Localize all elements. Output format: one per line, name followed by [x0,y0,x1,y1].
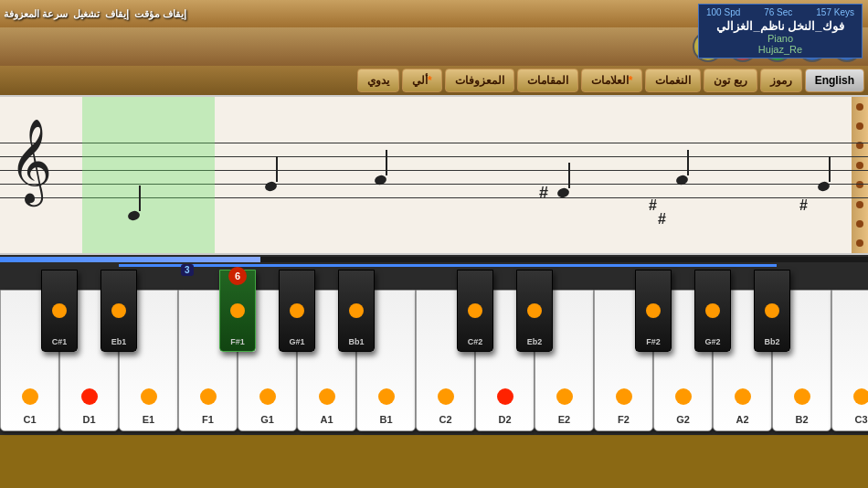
edge-dot [856,122,863,130]
black-dot-cs1 [52,303,67,318]
sharp-1: # [539,184,548,203]
play-label: تشغيل [73,8,100,20]
maqam-name: Hujaz_Re [706,44,854,55]
keyboard-area: 3 C1 D1 E1 F1 [0,255,868,435]
white-key-label-f1: F1 [202,414,214,425]
black-key-label-gs2: G#2 [704,337,720,346]
menu-rumooz[interactable]: رموز [760,69,802,92]
key-dot-g1 [259,388,276,405]
menu-naghamat[interactable]: النغمات [645,69,701,92]
note-head-6 [817,180,831,192]
note-head-3 [374,174,387,186]
info-stats: 100 Spd 76 Sec 157 Keys [706,7,854,17]
black-key-eb2[interactable]: Eb2 [516,270,553,352]
menu-rub-toon[interactable]: ربع تون [704,69,757,92]
black-key-label-fs1: F#1 [230,337,245,346]
key-dot-c1 [22,388,38,405]
note-4 [557,188,569,197]
note-5 [676,175,688,185]
keys-stat: 157 Keys [816,7,854,17]
maazofat-label: المعزوفات [455,74,504,87]
note-stem-2 [276,156,278,182]
green-highlight [82,97,215,253]
menu-ali[interactable]: ألي [402,69,442,92]
speed-stat: 100 Spd [706,7,740,17]
menu-yadawi[interactable]: يدوي [357,69,399,92]
black-key-gs2[interactable]: G#2 [694,270,731,352]
white-key-label-a2: A2 [736,414,748,425]
black-dot-cs2 [468,303,482,318]
key-dot-a1 [319,388,335,405]
sharp-3: # [658,211,666,228]
black-dot-gs1 [290,303,304,318]
stop-label: إيقاف [105,8,129,20]
instrument-name: Piano [706,33,854,44]
white-key-label-c2: C2 [439,414,451,425]
black-dot-eb2 [527,303,542,318]
menu-maqamat[interactable]: المقامات [517,69,578,92]
naghamat-label: النغمات [655,74,691,87]
connector-line [119,264,777,267]
white-key-label-f2: F2 [618,414,630,425]
black-key-label-fs2: F#2 [646,337,661,346]
alamat-label: العلامات [591,74,629,87]
edge-dot [856,220,863,228]
key-dot-f2 [616,388,632,405]
black-key-label-bb1: Bb1 [348,337,364,346]
key-dot-c2 [438,388,454,405]
edge-dot [856,103,863,111]
pause-label: إيقاف مؤقت [134,8,186,20]
edge-dot [856,239,863,247]
info-panel: 100 Spd 76 Sec 157 Keys فوك_النخل ناظم_ا… [698,4,863,58]
menu-english[interactable]: English [805,69,864,92]
black-key-cs1[interactable]: C#1 [41,270,78,352]
note-stem-5 [687,150,689,175]
note-stem-1 [139,186,141,211]
key-dot-e1 [141,388,157,405]
sharp-4: # [799,197,808,214]
rumooz-label: رموز [770,74,792,87]
black-key-fs1[interactable]: 6 F#1 [219,270,256,352]
black-key-eb1[interactable]: Eb1 [101,270,137,352]
note-3 [375,175,386,185]
key-badge-3: 3 [181,264,194,276]
yadawi-label: يدوي [367,74,389,87]
maqamat-label: المقامات [527,74,568,87]
song-name: فوك_النخل ناظم_الغزالي [706,19,854,33]
black-dot-bb1 [349,303,364,318]
speed-label: سرعة المعزوفة [4,8,68,20]
menu-alamat[interactable]: العلامات [581,69,643,92]
keyboard-wrapper: 3 C1 D1 E1 F1 [0,262,868,436]
white-key-label-e2: E2 [558,414,570,425]
key-dot-c3 [853,388,869,405]
key-dot-a2 [735,388,751,405]
black-key-label-gs1: G#1 [289,337,304,346]
black-dot-gs2 [705,303,720,318]
note-head-5 [675,174,689,186]
key-dot-g2 [675,388,692,405]
note-stem-4 [568,163,570,188]
key-dot-d1 [81,388,98,405]
black-key-cs2[interactable]: C#2 [457,270,493,352]
black-key-gs1[interactable]: G#1 [279,270,315,352]
black-key-bb2[interactable]: Bb2 [754,270,790,352]
white-key-label-a1: A1 [320,414,333,425]
white-key-c3[interactable]: C3 [831,290,868,431]
white-key-label-c1: C1 [23,414,36,425]
key-dot-d2 [497,388,513,405]
black-dot-fs2 [646,303,661,318]
black-dot-bb2 [765,303,779,318]
black-key-fs2[interactable]: F#2 [635,270,672,352]
note-head-2 [264,180,278,192]
white-key-label-d1: D1 [82,414,95,425]
sheet-music: 𝄞 # # # # [0,95,868,255]
key-dot-f1 [200,388,217,405]
ali-label: ألي [412,74,428,87]
menu-maazofat[interactable]: المعزوفات [445,69,514,92]
note-head-1 [127,209,141,221]
white-key-label-b2: B2 [795,414,808,425]
black-key-bb1[interactable]: Bb1 [338,270,375,352]
treble-clef: 𝄞 [9,124,52,197]
white-key-label-g2: G2 [676,414,690,425]
time-stat: 76 Sec [764,7,792,17]
